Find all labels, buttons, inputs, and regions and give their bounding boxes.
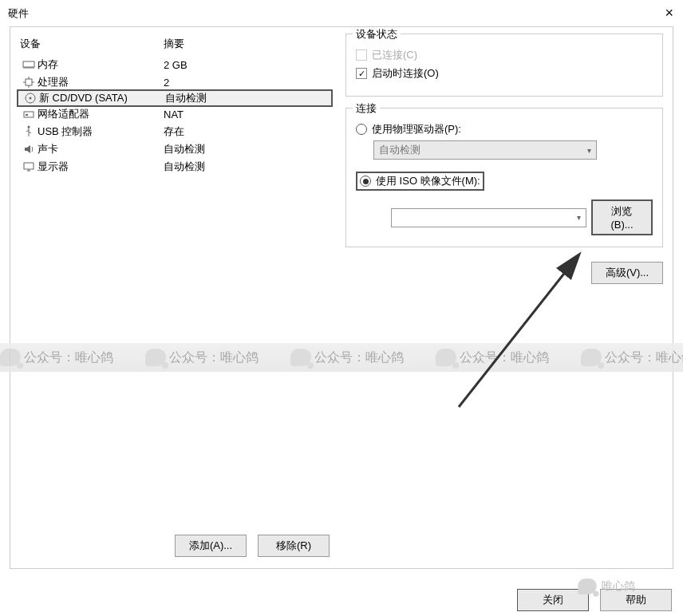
connection-group: 连接 使用物理驱动器(P): 自动检测 ▾ 使用 ISO 映像文件(M): ▾ … xyxy=(345,108,663,247)
sound-icon xyxy=(20,143,38,156)
chevron-down-icon: ▾ xyxy=(577,213,581,222)
radio-icon xyxy=(360,176,371,187)
use-physical-radio[interactable]: 使用物理驱动器(P): xyxy=(356,122,653,136)
device-summary: 存在 xyxy=(164,124,330,139)
close-button[interactable]: 关闭 xyxy=(517,589,589,611)
device-name: 处理器 xyxy=(38,75,164,89)
svg-rect-7 xyxy=(24,163,34,169)
help-button[interactable]: 帮助 xyxy=(600,589,672,611)
use-iso-radio[interactable]: 使用 ISO 映像文件(M): xyxy=(356,172,484,191)
iso-path-combo[interactable]: ▾ xyxy=(391,208,586,227)
device-row[interactable]: USB 控制器存在 xyxy=(17,123,333,140)
device-name: 显示器 xyxy=(38,160,164,174)
device-name: 网络适配器 xyxy=(38,107,164,121)
col-summary: 摘要 xyxy=(164,37,330,51)
usb-icon xyxy=(20,125,38,138)
svg-point-3 xyxy=(30,97,32,100)
connect-poweron-checkbox[interactable]: ✓ 启动时连接(O) xyxy=(356,66,653,81)
svg-rect-4 xyxy=(24,112,34,117)
device-row[interactable]: 显示器自动检测 xyxy=(17,158,333,176)
device-table: 设备 摘要 内存2 GB处理器2新 CD/DVD (SATA)自动检测网络适配器… xyxy=(17,34,333,176)
titlebar: 硬件 × xyxy=(0,0,683,26)
device-status-legend: 设备状态 xyxy=(353,27,401,41)
advanced-button[interactable]: 高级(V)... xyxy=(591,262,663,284)
close-icon[interactable]: × xyxy=(665,5,673,22)
disc-icon xyxy=(22,92,39,105)
device-panel: 设备 摘要 内存2 GB处理器2新 CD/DVD (SATA)自动检测网络适配器… xyxy=(10,27,338,568)
checkbox-icon: ✓ xyxy=(356,68,367,79)
svg-rect-0 xyxy=(23,61,34,67)
device-row[interactable]: 新 CD/DVD (SATA)自动检测 xyxy=(17,89,333,107)
device-table-header: 设备 摘要 xyxy=(17,34,333,56)
window-title: 硬件 xyxy=(8,6,29,21)
physical-combo-value: 自动检测 xyxy=(379,143,420,157)
browse-button[interactable]: 浏览(B)... xyxy=(591,199,653,235)
connection-legend: 连接 xyxy=(353,101,380,116)
svg-rect-5 xyxy=(26,114,28,116)
dialog-body: 设备 摘要 内存2 GB处理器2新 CD/DVD (SATA)自动检测网络适配器… xyxy=(10,26,673,569)
cpu-icon xyxy=(20,76,38,89)
use-iso-label: 使用 ISO 映像文件(M): xyxy=(376,174,480,188)
device-name: 声卡 xyxy=(38,142,164,156)
connect-poweron-label: 启动时连接(O) xyxy=(372,66,439,81)
device-status-group: 设备状态 已连接(C) ✓ 启动时连接(O) xyxy=(345,34,663,97)
settings-panel: 设备状态 已连接(C) ✓ 启动时连接(O) 连接 使用物理驱动器(P): 自动… xyxy=(338,27,673,568)
checkbox-icon xyxy=(356,49,367,61)
memory-icon xyxy=(20,58,38,71)
remove-button[interactable]: 移除(R) xyxy=(258,535,330,557)
device-row[interactable]: 处理器2 xyxy=(17,73,333,91)
radio-icon xyxy=(356,124,367,135)
device-summary: 2 xyxy=(164,77,330,89)
device-buttons: 添加(A)... 移除(R) xyxy=(17,530,333,562)
connected-checkbox[interactable]: 已连接(C) xyxy=(356,48,653,62)
network-icon xyxy=(20,108,38,120)
svg-point-6 xyxy=(28,126,30,128)
device-summary: 自动检测 xyxy=(164,160,330,174)
bottom-bar: 关闭 帮助 xyxy=(517,589,672,611)
device-name: 新 CD/DVD (SATA) xyxy=(39,91,165,105)
device-name: USB 控制器 xyxy=(38,124,164,139)
device-summary: 自动检测 xyxy=(164,142,330,156)
device-summary: NAT xyxy=(164,109,330,120)
device-row[interactable]: 内存2 GB xyxy=(17,56,333,73)
device-name: 内存 xyxy=(38,57,164,72)
device-summary: 2 GB xyxy=(164,59,330,71)
chevron-down-icon: ▾ xyxy=(587,146,591,155)
device-summary: 自动检测 xyxy=(165,91,328,105)
device-row[interactable]: 声卡自动检测 xyxy=(17,140,333,158)
use-physical-label: 使用物理驱动器(P): xyxy=(372,122,461,136)
physical-drive-combo[interactable]: 自动检测 ▾ xyxy=(373,140,597,160)
connected-label: 已连接(C) xyxy=(372,48,417,62)
svg-rect-1 xyxy=(26,79,32,85)
device-row[interactable]: 网络适配器NAT xyxy=(17,105,333,123)
col-device: 设备 xyxy=(20,37,164,51)
display-icon xyxy=(20,160,38,173)
add-button[interactable]: 添加(A)... xyxy=(175,535,247,557)
